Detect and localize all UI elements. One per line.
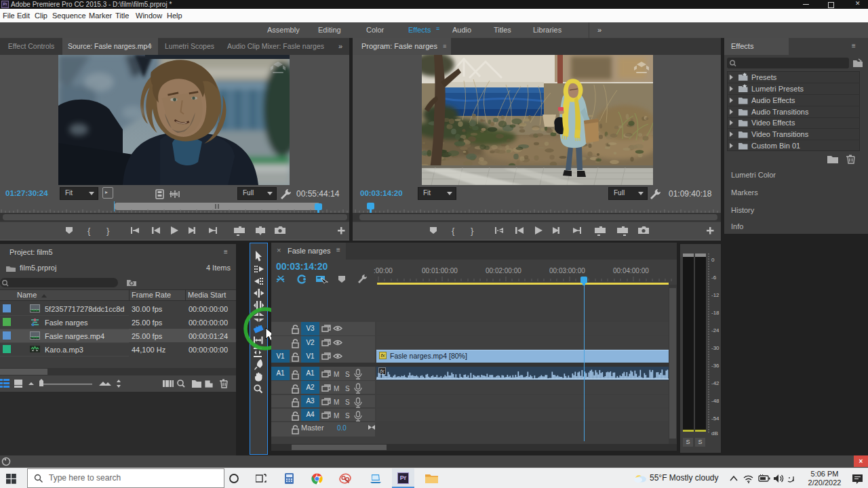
svg-text:Custom Bin 01: Custom Bin 01: [751, 142, 800, 150]
svg-text:-30: -30: [711, 345, 719, 351]
svg-text:{: {: [452, 226, 455, 236]
svg-text:-24: -24: [711, 327, 719, 333]
svg-text:S: S: [345, 385, 350, 392]
svg-text:M: M: [334, 412, 339, 420]
svg-text:Video Transitions: Video Transitions: [751, 130, 809, 138]
svg-text:0: 0: [711, 257, 715, 263]
svg-text:M: M: [334, 399, 339, 406]
svg-text:S: S: [345, 412, 350, 420]
svg-text:-36: -36: [711, 363, 719, 369]
svg-text:-12: -12: [711, 292, 719, 298]
svg-text:}: }: [471, 226, 474, 236]
svg-text:dB: dB: [711, 430, 718, 436]
svg-text:-48: -48: [711, 398, 719, 404]
svg-text:-54: -54: [711, 415, 719, 422]
svg-text:Video Effects: Video Effects: [751, 119, 795, 127]
svg-text:{: {: [87, 226, 91, 236]
svg-text:S: S: [345, 399, 350, 406]
svg-text:M: M: [334, 385, 339, 392]
svg-text:Audio Effects: Audio Effects: [751, 96, 795, 104]
svg-text:M: M: [334, 371, 339, 378]
svg-text:-6: -6: [711, 274, 717, 281]
svg-text:-42: -42: [711, 380, 719, 386]
svg-text:Presets: Presets: [751, 73, 777, 81]
svg-text:S: S: [345, 371, 350, 378]
svg-text:-18: -18: [711, 310, 719, 316]
svg-text:Audio Transitions: Audio Transitions: [751, 108, 809, 116]
svg-text:Lumetri Presets: Lumetri Presets: [751, 85, 804, 93]
svg-text:}: }: [106, 226, 110, 236]
